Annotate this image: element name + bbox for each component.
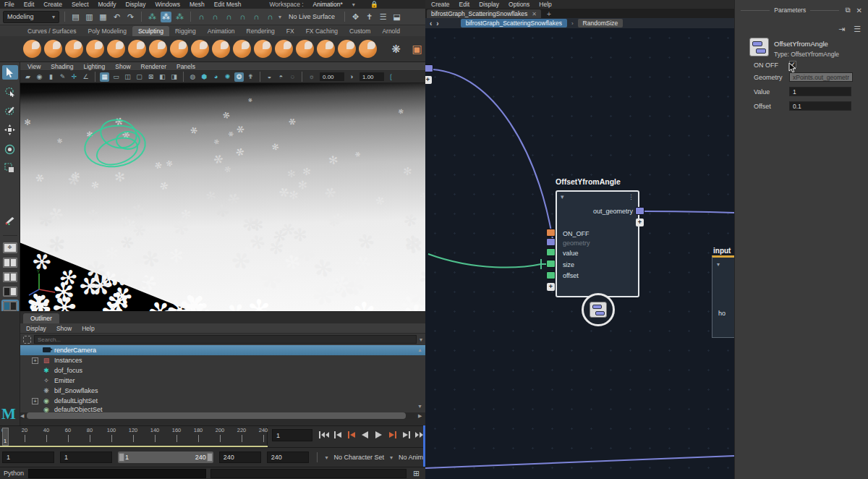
scrape-tool-icon[interactable] — [254, 40, 272, 58]
freeze-tool-icon[interactable]: ❋ — [387, 40, 405, 58]
outliner-item-rendercamera[interactable]: renderCamera — [20, 345, 425, 355]
scroll-up-icon[interactable]: ▲ — [417, 347, 422, 352]
gamma-field[interactable]: 1.00 — [359, 72, 384, 81]
close-panel-icon[interactable]: ✕ — [856, 7, 862, 14]
character-set-selector[interactable]: No Character Set — [333, 454, 384, 461]
make-live-icon[interactable]: ∩ — [265, 12, 276, 22]
viewport-3d-canvas[interactable]: ✻✻✻✻✻✻✻✻✻✻✻✻✻✻✻✻✻✻✻✻✻✻✻✻✻✻✻✻✻✻✻✻✻✻✻✻✻✻✻✻… — [20, 83, 425, 311]
bifrost-menu-help[interactable]: Help — [539, 1, 551, 8]
animation-start-field[interactable] — [2, 452, 54, 463]
value-field[interactable] — [789, 87, 851, 96]
character-icon[interactable]: ✝ — [364, 12, 375, 22]
bifrost-menu-display[interactable]: Display — [479, 1, 499, 8]
timeline-playhead[interactable]: 1 — [2, 428, 9, 446]
step-forward-key-button[interactable] — [387, 429, 398, 441]
grab-tool-icon[interactable] — [86, 40, 104, 58]
output-connections-icon[interactable]: ⬓ — [391, 12, 402, 22]
size-port[interactable] — [546, 260, 556, 268]
step-back-key-button[interactable] — [346, 429, 357, 441]
menu-file[interactable]: File — [4, 1, 14, 8]
expand-icon[interactable]: + — [32, 398, 38, 404]
shelf-tab-animation[interactable]: Animation — [202, 26, 241, 36]
vp-menu-renderer[interactable]: Renderer — [141, 63, 166, 70]
bulge-tool-icon[interactable] — [338, 40, 356, 58]
bifrost-graph-tab[interactable]: bifrostGraph_ScatteringSnowflakes ✕ — [427, 9, 541, 18]
select-component-icon[interactable]: ⁂ — [174, 12, 185, 22]
outliner-menu-show[interactable]: Show — [56, 325, 72, 332]
menu-select[interactable]: Select — [72, 1, 89, 8]
edge-node-output-port[interactable] — [425, 64, 433, 72]
node-collapse-icon[interactable]: ▾ — [717, 261, 720, 268]
xray-joints-icon[interactable]: ◌ — [288, 72, 297, 82]
paint-select-tool[interactable] — [2, 103, 18, 118]
shelf-tab-rigging[interactable]: Rigging — [169, 26, 202, 36]
select-hierarchy-icon[interactable]: ⁂ — [147, 12, 158, 22]
value-port[interactable] — [546, 248, 556, 256]
construction-history-icon[interactable]: ✥ — [350, 12, 361, 22]
outliner-item-dof-focus[interactable]: ✱ dof_focus — [20, 365, 425, 376]
shelf-tab-curves-surfaces[interactable]: Curves / Surfaces — [22, 26, 82, 36]
repeat-tool-icon[interactable] — [191, 40, 209, 58]
range-end-handle[interactable] — [207, 453, 213, 462]
camera-attrs-icon[interactable]: ◉ — [35, 72, 44, 82]
outliner-tab[interactable]: Outliner — [23, 313, 59, 323]
safe-title-icon[interactable]: ◨ — [169, 72, 179, 82]
menu-windows[interactable]: Windows — [155, 1, 179, 8]
current-frame-field[interactable] — [272, 429, 312, 441]
close-tab-icon[interactable]: ✕ — [532, 11, 537, 17]
script-editor-icon[interactable]: ⊞ — [411, 468, 422, 479]
shelf-tab-rendering[interactable]: Rendering — [241, 26, 281, 36]
relax-tool-icon[interactable] — [65, 40, 83, 58]
snap-point-icon[interactable]: ∩ — [224, 12, 234, 22]
anim-layer-selector[interactable]: No Anim — [399, 454, 423, 461]
menu-modify[interactable]: Modify — [98, 1, 116, 8]
exposure-field[interactable]: 0.00 — [320, 72, 344, 81]
snap-projected-icon[interactable]: ∩ — [237, 12, 248, 22]
layout-four-pane-button[interactable] — [3, 258, 17, 268]
vp-menu-panels[interactable]: Panels — [176, 63, 195, 70]
vp-menu-show[interactable]: Show — [115, 63, 130, 70]
snap-grid-icon[interactable]: ∩ — [196, 12, 207, 22]
oversize-icon[interactable]: ∠ — [81, 72, 90, 82]
safe-action-icon[interactable]: ◧ — [158, 72, 167, 82]
breadcrumb-current[interactable]: RandomSize — [578, 19, 624, 27]
workspace-dropdown-icon[interactable]: ▾ — [352, 1, 355, 8]
undo-icon[interactable]: ↶ — [111, 12, 122, 22]
command-input[interactable] — [28, 469, 206, 478]
gamma-icon[interactable]: ◑ — [346, 72, 356, 82]
foamy-tool-icon[interactable] — [149, 40, 167, 58]
search-input[interactable] — [34, 335, 417, 344]
node-menu-icon[interactable]: ⋮ — [628, 193, 634, 200]
menu-create[interactable]: Create — [43, 1, 62, 8]
workspace-selector[interactable]: Animation* — [313, 1, 343, 8]
shaded-icon[interactable]: ⬢ — [200, 72, 209, 82]
input-node[interactable]: ▾ ho — [712, 255, 734, 338]
image-plane-icon[interactable]: ✎ — [58, 72, 67, 82]
bookmark-icon[interactable]: ▮ — [46, 72, 56, 82]
outliner-menu-display[interactable]: Display — [26, 325, 46, 332]
add-input-port-icon[interactable]: + — [547, 283, 555, 291]
new-scene-icon[interactable]: ▤ — [70, 12, 81, 22]
outliner-item-defaultobjectset[interactable]: ◉ defaultObjectSet — [20, 406, 425, 412]
film-gate-icon[interactable]: ▭ — [111, 72, 121, 82]
scroll-right-icon[interactable]: ▶ — [418, 413, 422, 419]
expand-icon[interactable]: + — [32, 357, 38, 364]
open-scene-icon[interactable]: ▥ — [84, 12, 95, 22]
outliner-item-emitter[interactable]: ✧ Emitter — [20, 376, 425, 386]
selected-emitter-wireframe[interactable] — [71, 112, 194, 192]
go-to-start-button[interactable] — [318, 429, 329, 441]
on-off-port[interactable] — [546, 229, 556, 237]
menu-edit[interactable]: Edit — [24, 1, 35, 8]
lock-icon[interactable]: 🔒 — [370, 1, 378, 8]
play-backwards-button[interactable] — [359, 429, 370, 441]
select-tool[interactable] — [2, 65, 18, 80]
input-connections-icon[interactable]: ☰ — [378, 12, 388, 22]
shelf-tab-sculpting[interactable]: Sculpting — [132, 26, 169, 36]
shelf-tab-fx[interactable]: FX — [281, 26, 300, 36]
rotate-tool[interactable] — [2, 142, 18, 156]
select-object-icon[interactable]: ⁂ — [161, 12, 171, 22]
scroll-down-icon[interactable]: ▼ — [417, 404, 422, 409]
sculpt-tool-icon[interactable] — [23, 40, 41, 58]
vp-menu-shading[interactable]: Shading — [51, 63, 73, 70]
layout-outliner-persp-button[interactable] — [3, 301, 17, 311]
